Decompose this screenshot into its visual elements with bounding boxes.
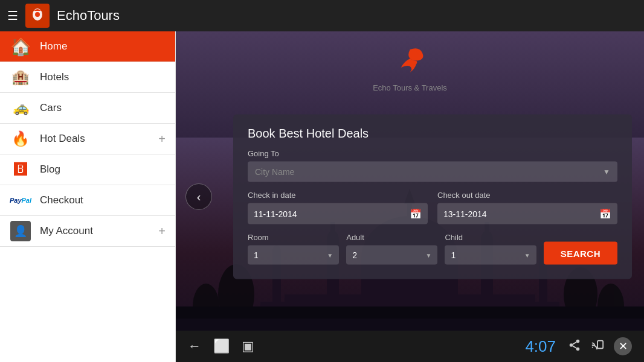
adult-dropdown-icon: ▼ [426,252,432,258]
sidebar-label-cars: Cars [40,102,166,114]
child-select[interactable]: 1 ▼ [445,246,536,265]
checkout-label: Check out date [437,191,617,200]
checkin-value: 11-11-2014 [254,209,297,218]
bottom-right-actions: ✕ [568,337,632,355]
checkout-calendar-icon: 📅 [599,208,611,220]
account-icon-wrapper: 👤 [10,220,31,242]
sidebar-label-home: Home [40,40,166,52]
svg-rect-33 [597,340,603,348]
room-group: Room 1 ▼ [248,233,339,265]
hero-background: Echo Tours & Travels ‹ Book Best Hotel D… [176,31,644,362]
room-dropdown-icon: ▼ [327,252,333,258]
sidebar: 🏠 Home 🏨 Hotels 🚕 Cars 🔥 Hot Deals + [0,31,176,362]
svg-point-30 [576,347,580,351]
svg-line-31 [573,346,576,348]
echo-logo-text: Echo Tours & Travels [373,83,447,92]
top-bar: ☰ EchoTours [0,0,644,31]
myaccount-plus-icon: + [158,224,166,238]
going-to-input[interactable]: City Name ▼ [248,162,617,182]
cast-icon[interactable] [591,338,604,355]
svg-point-29 [570,343,573,347]
clock-display: 4:07 [525,337,556,356]
checkin-group: Check in date 11-11-2014 📅 [248,191,428,224]
svg-point-1 [35,12,40,17]
room-label: Room [248,233,339,242]
svg-rect-26 [176,319,644,331]
svg-line-32 [573,341,576,344]
adult-value: 2 [352,250,357,260]
hamburger-menu[interactable]: ☰ [7,8,18,23]
checkout-input[interactable]: 13-11-2014 📅 [437,203,617,224]
child-dropdown-icon: ▼ [524,252,530,258]
svg-point-27 [417,50,420,54]
checkin-label: Check in date [248,191,428,200]
sidebar-label-hotdeals: Hot Deals [40,133,150,145]
hotels-icon: 🏨 [11,69,30,86]
hotdeals-icon-wrapper: 🔥 [10,128,31,150]
booking-title: Book Best Hotel Deals [248,127,617,141]
going-to-label: Going To [248,149,617,158]
svg-point-28 [576,339,580,343]
hotdeals-icon: 🔥 [11,130,30,147]
logo-icon [28,6,47,25]
going-to-dropdown-icon: ▼ [603,168,610,176]
child-value: 1 [451,250,456,260]
cars-icon: 🚕 [13,100,29,116]
child-group: Child 1 ▼ [445,233,536,265]
child-label: Child [445,233,536,242]
home-icon: 🏠 [10,37,31,57]
home-nav-icon[interactable]: ⬜ [213,338,230,354]
blog-icon-wrapper: 🅱 [10,159,31,180]
app-title: EchoTours [57,8,120,24]
echo-logo-svg [392,43,428,80]
sidebar-label-myaccount: My Account [40,225,150,237]
sidebar-label-checkout: Checkout [40,194,166,206]
booking-panel: Book Best Hotel Deals Going To City Name… [233,115,632,279]
checkin-input[interactable]: 11-11-2014 📅 [248,203,428,224]
adult-group: Adult 2 ▼ [346,233,437,265]
sidebar-item-hotels[interactable]: 🏨 Hotels [0,62,175,93]
checkin-calendar-icon: 📅 [410,208,422,220]
paypal-icon: PayPal [6,195,35,205]
share-icon[interactable] [568,338,581,355]
sidebar-label-hotels: Hotels [40,71,166,83]
date-row: Check in date 11-11-2014 📅 Check out dat… [248,191,617,224]
checkout-value: 13-11-2014 [443,209,487,218]
hotdeals-plus-icon: + [158,132,166,146]
sidebar-label-blog: Blog [40,164,166,176]
account-icon: 👤 [10,221,31,241]
sidebar-item-cars[interactable]: 🚕 Cars [0,93,175,124]
app-logo [25,4,50,28]
room-select[interactable]: 1 ▼ [248,246,339,265]
echo-logo-area: Echo Tours & Travels [373,43,447,92]
search-row: Room 1 ▼ Adult 2 ▼ Child [248,233,617,265]
recents-icon[interactable]: ▣ [242,338,254,354]
main-content: Echo Tours & Travels ‹ Book Best Hotel D… [176,31,644,362]
left-arrow-button[interactable]: ‹ [185,183,212,210]
blog-icon: 🅱 [14,162,27,177]
going-to-placeholder: City Name [255,167,294,177]
sidebar-item-myaccount[interactable]: 👤 My Account + [0,216,175,247]
sidebar-item-home[interactable]: 🏠 Home [0,31,175,62]
sidebar-item-checkout[interactable]: PayPal Checkout [0,185,175,216]
hotels-icon-wrapper: 🏨 [10,66,31,88]
room-value: 1 [254,250,259,260]
sidebar-item-hotdeals[interactable]: 🔥 Hot Deals + [0,124,175,154]
home-icon-wrapper: 🏠 [10,36,31,57]
search-button[interactable]: SEARCH [544,242,617,265]
adult-label: Adult [346,233,437,242]
back-icon[interactable]: ← [188,338,201,354]
adult-select[interactable]: 2 ▼ [346,246,437,265]
bottom-bar: ← ⬜ ▣ 4:07 ✕ [176,331,644,362]
close-button[interactable]: ✕ [614,337,632,355]
checkout-icon-wrapper: PayPal [10,189,31,211]
cars-icon-wrapper: 🚕 [10,97,31,119]
main-layout: 🏠 Home 🏨 Hotels 🚕 Cars 🔥 Hot Deals + [0,31,644,362]
checkout-group: Check out date 13-11-2014 📅 [437,191,617,224]
sidebar-item-blog[interactable]: 🅱 Blog [0,154,175,185]
